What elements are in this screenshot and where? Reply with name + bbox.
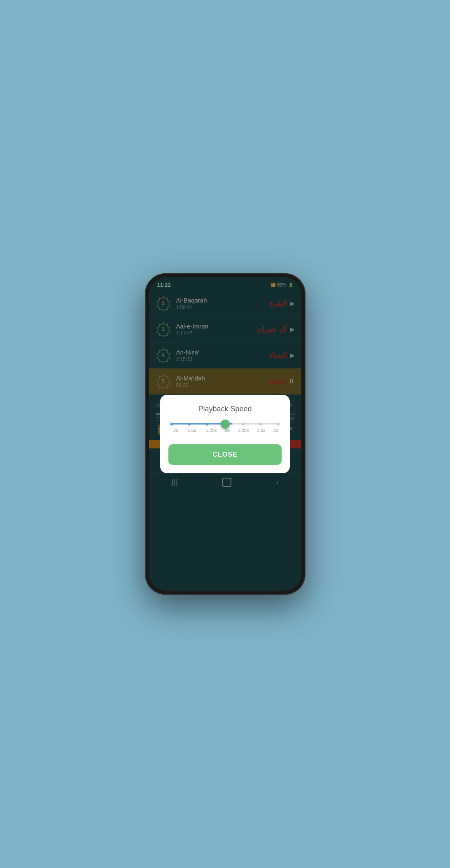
label-1x: 1x bbox=[225, 428, 230, 433]
playback-speed-modal: Playback Speed bbox=[160, 395, 290, 473]
slider-labels: -2x -1.5x -1.25x 1x 1.25x 1.5x 2x bbox=[172, 428, 278, 433]
label-minus125x: -1.25x bbox=[204, 428, 217, 433]
phone-screen: 11:22 📶 62% 🔋 2 Al-Baqarah 1:59:11 البقر… bbox=[149, 277, 301, 591]
tick-2x bbox=[277, 422, 280, 425]
slider-thumb[interactable] bbox=[221, 420, 230, 429]
close-button[interactable]: CLOSE bbox=[168, 444, 282, 465]
label-minus15x: -1.5x bbox=[186, 428, 196, 433]
speed-slider-container[interactable]: -2x -1.5x -1.25x 1x 1.25x 1.5x 2x bbox=[172, 423, 278, 433]
label-15x: 1.5x bbox=[257, 428, 266, 433]
label-minus2x: -2x bbox=[172, 428, 178, 433]
tick-minus15x bbox=[188, 422, 191, 425]
modal-title: Playback Speed bbox=[168, 405, 282, 413]
modal-overlay: Playback Speed bbox=[149, 277, 301, 591]
phone-device: 11:22 📶 62% 🔋 2 Al-Baqarah 1:59:11 البقر… bbox=[145, 273, 305, 595]
label-125x: 1.25x bbox=[238, 428, 249, 433]
label-2x: 2x bbox=[273, 428, 278, 433]
tick-125x bbox=[241, 422, 244, 425]
tick-minus2x bbox=[170, 422, 173, 425]
slider-track bbox=[172, 423, 278, 425]
tick-minus125x bbox=[206, 422, 209, 425]
tick-15x bbox=[259, 422, 262, 425]
